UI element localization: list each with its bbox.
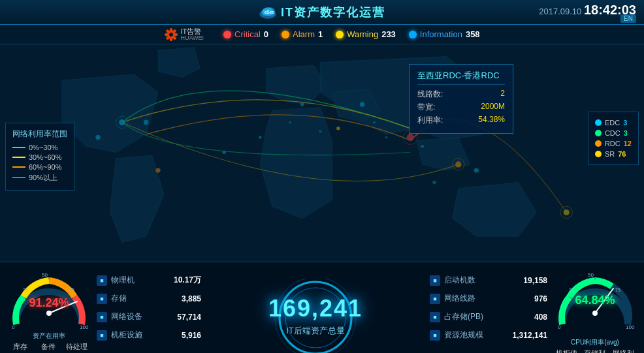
- svg-text:25: 25: [23, 288, 28, 292]
- sr-label: SR: [605, 150, 615, 158]
- stat-network-value: 57,714: [177, 313, 201, 322]
- alert-alarm[interactable]: Alarm 1: [282, 29, 323, 39]
- map-tooltip: 至西亚RDC-香港RDC 线路数: 2 带宽: 2000M 利用率: 54.38…: [409, 64, 513, 134]
- tooltip-value-0: 2: [500, 89, 505, 100]
- stat-pb-value: 408: [534, 313, 547, 322]
- map-background: 网络利用率范围 0%~30% 30%~60% 60%~90% 90%以上: [0, 44, 644, 268]
- stat-physical: ■ 物理机 10.17万: [97, 275, 201, 286]
- gauge-left-percent: 91.24%: [29, 296, 69, 310]
- lang-button[interactable]: EN: [620, 14, 636, 23]
- tooltip-value-2: 54.38%: [478, 115, 505, 126]
- legend-right-rdc: RDC 12: [595, 140, 632, 147]
- huawei-icon: [164, 27, 178, 42]
- rdc-dot: [595, 140, 602, 147]
- svg-point-24: [360, 102, 364, 106]
- gauge-sub-1: 备件 1.96%: [39, 342, 59, 354]
- stat-rack-label: 机柜设施: [111, 330, 178, 341]
- stat-pool: ■ 资源池规模 1,312,141: [430, 330, 547, 341]
- stats-panel-left: ■ 物理机 10.17万 ■ 存储 3,885 ■ 网络设备 57,714 ■ …: [97, 269, 201, 347]
- edc-label: EDC: [605, 119, 620, 127]
- network-icon: ■: [97, 312, 107, 322]
- svg-point-28: [155, 168, 160, 172]
- critical-label: Critical: [234, 29, 261, 39]
- gauge-right-sublabels: 机柜使用率 74.79% 存储利用率 40.19% 网络利用率 47.00%: [553, 348, 637, 354]
- stat-vm-label: 启动机数: [444, 275, 519, 286]
- gauge-right-label: CPU利用率(avg): [553, 338, 637, 347]
- lines-icon: ■: [430, 294, 440, 304]
- info-dot: [409, 31, 417, 38]
- stat-storage-label: 存储: [111, 293, 178, 304]
- critical-dot: [223, 31, 231, 38]
- stat-lines-label: 网络线路: [444, 293, 530, 304]
- svg-point-20: [455, 161, 461, 167]
- stat-physical-label: 物理机: [111, 275, 170, 286]
- svg-point-36: [319, 130, 321, 132]
- stat-pool-label: 资源池规模: [444, 330, 509, 341]
- legend-right-edc: EDC 3: [595, 119, 632, 127]
- svg-point-41: [46, 311, 52, 316]
- bottom-panel: 0 50 100 25 75 91.24% 资产在用率 库存 6.60% 备件 …: [0, 262, 644, 353]
- svg-text:100: 100: [626, 324, 635, 330]
- alert-bar: IT告警 HUAWEI Critical 0 Alarm 1 Warning 2…: [0, 25, 644, 44]
- alert-information[interactable]: Information 358: [409, 29, 480, 39]
- stat-network-label: 网络设备: [111, 311, 173, 322]
- legend-label-1: 30%~60%: [29, 153, 61, 161]
- svg-point-22: [144, 120, 148, 125]
- svg-point-25: [336, 127, 340, 130]
- alert-warning[interactable]: Warning 233: [336, 29, 396, 39]
- legend-item-1: 30%~60%: [12, 153, 67, 161]
- header: eSee IT资产数字化运营 2017.09.10 18:42:03 EN: [0, 0, 644, 25]
- gauge-right-sub-2: 网络利用率 47.00%: [609, 348, 637, 354]
- storage-icon: ■: [97, 294, 107, 304]
- tooltip-label-2: 利用率:: [417, 115, 443, 126]
- alert-brand: IT告警 HUAWEI: [164, 27, 204, 42]
- sr-value: 76: [618, 150, 626, 158]
- map-legend-right: EDC 3 CDC 3 RDC 12 SR 76: [588, 112, 639, 165]
- right-sub-label-0: 机柜使用率: [553, 348, 581, 354]
- header-logo: eSee IT资产数字化运营: [259, 5, 385, 20]
- gauge-left-sublabels: 库存 6.60% 备件 1.96% 待处理 0.20%: [7, 342, 91, 354]
- warning-dot: [336, 31, 344, 38]
- rack-icon: ■: [97, 330, 107, 341]
- rdc-value: 12: [624, 140, 632, 147]
- legend-title: 网络利用率范围: [12, 129, 67, 140]
- tooltip-value-1: 2000M: [481, 102, 505, 113]
- map-legend: 网络利用率范围 0%~30% 30%~60% 60%~90% 90%以上: [5, 123, 74, 191]
- alarm-dot: [282, 31, 289, 38]
- world-map: [0, 44, 644, 268]
- sub-label-1: 备件: [39, 342, 59, 352]
- stat-lines-value: 976: [534, 294, 547, 303]
- info-value: 358: [466, 29, 480, 39]
- critical-value: 0: [264, 29, 268, 39]
- svg-text:eSee: eSee: [265, 10, 274, 14]
- map-area: 网络利用率范围 0%~30% 30%~60% 60%~90% 90%以上: [0, 44, 644, 268]
- stat-pool-value: 1,312,141: [513, 331, 547, 340]
- sr-dot: [595, 151, 602, 157]
- pb-icon: ■: [430, 312, 440, 322]
- pool-icon: ■: [430, 330, 440, 341]
- right-sub-label-2: 网络利用率: [609, 348, 637, 354]
- rdc-label: RDC: [605, 140, 620, 147]
- legend-right-sr: SR 76: [595, 150, 632, 158]
- stat-lines: ■ 网络线路 976: [430, 293, 547, 304]
- svg-point-37: [373, 121, 376, 124]
- svg-point-26: [564, 209, 570, 215]
- physical-icon: ■: [97, 275, 107, 286]
- info-label: Information: [420, 29, 462, 39]
- gauge-right-percent: 64.84%: [575, 294, 615, 307]
- svg-text:100: 100: [80, 324, 89, 330]
- sub-label-2: 待处理: [66, 342, 88, 352]
- header-title: IT资产数字化运营: [281, 5, 385, 20]
- svg-point-34: [259, 136, 262, 139]
- alarm-label: Alarm: [293, 29, 315, 39]
- alarm-value: 1: [318, 29, 323, 39]
- tooltip-label-0: 线路数:: [417, 89, 443, 100]
- alert-critical[interactable]: Critical 0: [223, 29, 268, 39]
- legend-label-3: 90%以上: [29, 173, 57, 183]
- svg-point-15: [119, 119, 125, 125]
- svg-point-52: [592, 311, 598, 316]
- cdc-dot: [595, 130, 602, 136]
- stats-panel-right: ■ 启动机数 19,158 ■ 网络线路 976 ■ 占存储(PB) 408 ■…: [430, 269, 547, 347]
- svg-point-29: [222, 151, 226, 155]
- stat-storage-value: 3,885: [182, 294, 201, 303]
